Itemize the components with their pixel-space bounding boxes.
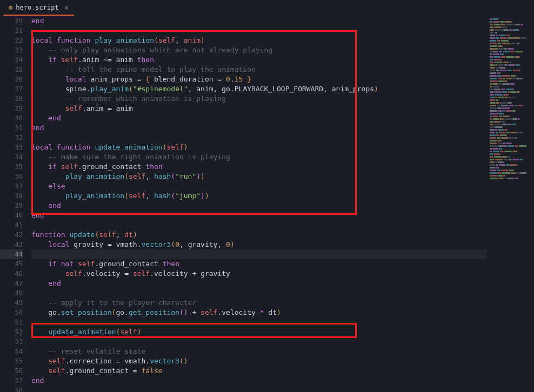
- line-number: 22: [0, 36, 23, 45]
- line-number: 52: [0, 327, 23, 337]
- file-tab[interactable]: ⚙ hero.script ×: [3, 1, 74, 16]
- minimap[interactable]: [486, 16, 534, 392]
- line-number: 33: [0, 143, 23, 152]
- line-number: 40: [0, 211, 23, 220]
- code-line[interactable]: end: [31, 123, 486, 133]
- code-area[interactable]: endlocal function play_animation(self, a…: [28, 16, 486, 392]
- code-line[interactable]: end: [31, 211, 486, 220]
- line-number: 21: [0, 26, 23, 36]
- line-number: 43: [0, 240, 23, 249]
- line-number: 24: [0, 55, 23, 65]
- code-line[interactable]: play_animation(self, hash("jump")): [31, 191, 486, 201]
- code-line[interactable]: local gravity = vmath.vector3(0, gravity…: [31, 240, 486, 249]
- line-number: 25: [0, 65, 23, 75]
- line-number: 53: [0, 337, 23, 347]
- code-line[interactable]: if self.ground_contact then: [31, 162, 486, 172]
- code-line[interactable]: end: [31, 16, 486, 26]
- line-number: 48: [0, 288, 23, 298]
- line-number: 32: [0, 133, 23, 143]
- code-line[interactable]: self.correction = vmath.vector3(): [31, 356, 486, 366]
- code-line[interactable]: self.velocity = self.velocity + gravity: [31, 269, 486, 279]
- line-number: 58: [0, 386, 23, 392]
- code-line[interactable]: function update(self, dt): [31, 230, 486, 240]
- line-number: 29: [0, 104, 23, 113]
- line-number: 42: [0, 230, 23, 240]
- code-line[interactable]: local function play_animation(self, anim…: [31, 36, 486, 45]
- gear-icon: ⚙: [9, 4, 12, 11]
- line-number: 44: [0, 249, 23, 259]
- code-line[interactable]: if self.anim ~= anim then: [31, 55, 486, 65]
- line-number: 31: [0, 123, 23, 133]
- line-number: 50: [0, 308, 23, 317]
- code-line[interactable]: go.set_position(go.get_position() + self…: [31, 308, 486, 317]
- line-number: 39: [0, 201, 23, 211]
- code-line[interactable]: local function update_animation(self): [31, 143, 486, 152]
- line-number: 35: [0, 162, 23, 172]
- line-number: 55: [0, 356, 23, 366]
- code-line[interactable]: [31, 220, 486, 230]
- line-number: 20: [0, 16, 23, 26]
- line-number: 26: [0, 75, 23, 84]
- line-number: 23: [0, 45, 23, 55]
- line-number: 51: [0, 317, 23, 327]
- line-number-gutter: 2021222324252627282930313233343536373839…: [0, 16, 28, 392]
- code-line[interactable]: [31, 288, 486, 298]
- line-number: 49: [0, 298, 23, 308]
- code-line[interactable]: play_animation(self, hash("run")): [31, 172, 486, 181]
- code-line[interactable]: end: [31, 279, 486, 288]
- code-line[interactable]: -- only play animations which are not al…: [31, 45, 486, 55]
- tab-filename: hero.script: [16, 4, 58, 11]
- code-line[interactable]: -- remember which animation is playing: [31, 94, 486, 104]
- code-line[interactable]: spine.play_anim("#spinemodel", anim, go.…: [31, 84, 486, 94]
- code-line[interactable]: -- reset volatile state: [31, 347, 486, 356]
- code-line[interactable]: end: [31, 201, 486, 211]
- line-number: 37: [0, 181, 23, 191]
- line-number: 27: [0, 84, 23, 94]
- line-number: 30: [0, 113, 23, 123]
- editor-wrap: 2021222324252627282930313233343536373839…: [0, 16, 534, 392]
- code-line[interactable]: end: [31, 113, 486, 123]
- code-line[interactable]: end: [31, 376, 486, 386]
- line-number: 45: [0, 259, 23, 269]
- code-line[interactable]: [31, 26, 486, 36]
- code-line[interactable]: -- make sure the right animation is play…: [31, 152, 486, 162]
- line-number: 46: [0, 269, 23, 279]
- line-number: 28: [0, 94, 23, 104]
- code-line[interactable]: [31, 337, 486, 347]
- line-number: 47: [0, 279, 23, 288]
- code-line[interactable]: local anim_props = { blend_duration = 0.…: [31, 75, 486, 84]
- line-number: 41: [0, 220, 23, 230]
- code-line[interactable]: [31, 317, 486, 327]
- code-line[interactable]: else: [31, 181, 486, 191]
- line-number: 36: [0, 172, 23, 181]
- line-number: 57: [0, 376, 23, 386]
- code-line[interactable]: [31, 133, 486, 143]
- line-number: 34: [0, 152, 23, 162]
- code-line[interactable]: self.anim = anim: [31, 104, 486, 113]
- line-number: 56: [0, 366, 23, 376]
- code-line[interactable]: [31, 386, 486, 392]
- code-editor[interactable]: 2021222324252627282930313233343536373839…: [0, 16, 486, 392]
- code-line[interactable]: -- tell the spine model to play the anim…: [31, 65, 486, 75]
- code-line[interactable]: -- apply it to the player character: [31, 298, 486, 308]
- code-line[interactable]: [31, 249, 486, 259]
- code-line[interactable]: self.ground_contact = false: [31, 366, 486, 376]
- close-icon[interactable]: ×: [64, 3, 69, 12]
- tab-bar: ⚙ hero.script ×: [0, 0, 534, 16]
- code-line[interactable]: update_animation(self): [31, 327, 486, 337]
- line-number: 54: [0, 347, 23, 356]
- code-line[interactable]: if not self.ground_contact then: [31, 259, 486, 269]
- line-number: 38: [0, 191, 23, 201]
